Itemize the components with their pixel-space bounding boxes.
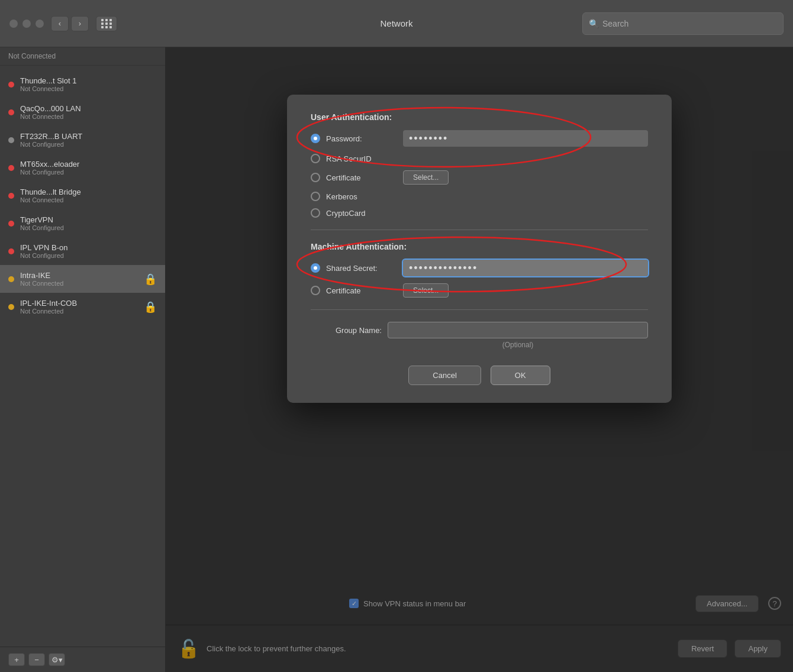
sidebar-item-ipl-ike-int-cob[interactable]: IPL-IKE-Int-COB Not Connected 🔒 (0, 293, 165, 321)
shared-secret-input[interactable] (403, 260, 648, 276)
authentication-modal: User Authentication: Password: RSA Secur… (287, 95, 672, 403)
grid-view-button[interactable] (96, 16, 117, 31)
radio-kerberos[interactable] (311, 192, 320, 201)
modal-buttons: Cancel OK (311, 366, 648, 385)
radio-password[interactable] (311, 134, 320, 143)
shared-secret-label: Shared Secret: (326, 264, 397, 273)
radio-cryptocard[interactable] (311, 208, 320, 218)
lock-icon: 🔒 (144, 301, 157, 314)
group-name-label: Group Name: (311, 326, 382, 335)
optional-hint: (Optional) (388, 341, 648, 349)
remove-network-button[interactable]: − (28, 653, 45, 666)
radio-machine-certificate[interactable] (311, 286, 320, 295)
close-button[interactable] (9, 20, 18, 28)
rsa-label: RSA SecurID (326, 154, 397, 163)
radio-rsa-row: RSA SecurID (311, 154, 648, 163)
nav-buttons: ‹ › (51, 16, 89, 31)
sidebar-item-intra-ike[interactable]: Intra-IKE Not Connected 🔒 (0, 265, 165, 293)
machine-certificate-select-button[interactable]: Select... (403, 283, 449, 298)
gear-menu-button[interactable]: ⚙ ▾ (49, 653, 65, 666)
main-content: Not Connected Thunde...t Slot 1 Not Conn… (0, 47, 793, 672)
radio-machine-cert-row: Certificate Select... (311, 283, 648, 298)
sidebar-item-ipl-vpn-bon[interactable]: IPL VPN B-on Not Configured (0, 237, 165, 265)
sidebar-item-thunderbolt-slot1[interactable]: Thunde...t Slot 1 Not Connected (0, 70, 165, 98)
status-dot (8, 248, 14, 254)
right-panel: ✓ Show VPN status in menu bar Advanced..… (166, 47, 793, 672)
section-divider (311, 230, 648, 230)
sidebar: Not Connected Thunde...t Slot 1 Not Conn… (0, 47, 166, 672)
back-button[interactable]: ‹ (51, 16, 69, 31)
radio-cryptocard-row: CryptoCard (311, 208, 648, 218)
radio-certificate-row: Certificate Select... (311, 170, 648, 185)
search-bar[interactable]: 🔍 (582, 12, 784, 35)
sidebar-item-tigervpn[interactable]: TigerVPN Not Configured (0, 209, 165, 237)
group-name-row: Group Name: (311, 322, 648, 338)
sidebar-item-qacqo-lan[interactable]: QacQo...000 LAN Not Connected (0, 98, 165, 126)
search-input[interactable] (602, 19, 777, 28)
sidebar-item-ft232r-uart[interactable]: FT232R...B UART Not Configured (0, 126, 165, 154)
password-input[interactable] (403, 130, 648, 147)
status-dot (8, 304, 14, 310)
radio-password-row: Password: (311, 130, 648, 147)
status-dot (8, 82, 14, 88)
zoom-button[interactable] (36, 20, 44, 28)
cryptocard-label: CryptoCard (326, 209, 397, 218)
lock-icon: 🔒 (144, 273, 157, 286)
sidebar-item-thunderbolt-bridge[interactable]: Thunde...lt Bridge Not Connected (0, 182, 165, 209)
radio-shared-row: Shared Secret: (311, 260, 648, 276)
kerberos-label: Kerberos (326, 192, 397, 201)
radio-shared-secret[interactable] (311, 263, 320, 273)
forward-button[interactable]: › (71, 16, 89, 31)
status-dot (8, 193, 14, 199)
minimize-button[interactable] (22, 20, 31, 28)
certificate-label: Certificate (326, 173, 397, 182)
search-icon: 🔍 (589, 19, 599, 28)
ok-button[interactable]: OK (491, 366, 550, 385)
machine-auth-label: Machine Authentication: (311, 242, 648, 251)
radio-rsa[interactable] (311, 154, 320, 163)
status-dot (8, 165, 14, 171)
radio-kerberos-row: Kerberos (311, 192, 648, 201)
group-name-input[interactable] (388, 322, 648, 338)
modal-overlay: User Authentication: Password: RSA Secur… (166, 47, 793, 672)
user-auth-label: User Authentication: (311, 112, 648, 122)
machine-cert-label: Certificate (326, 286, 397, 295)
window-title: Network (380, 18, 412, 28)
not-connected-label: Not Connected (0, 47, 165, 66)
sidebar-footer: + − ⚙ ▾ (0, 647, 165, 672)
status-dot (8, 137, 14, 143)
title-bar: ‹ › Network 🔍 (0, 0, 793, 47)
radio-certificate-user[interactable] (311, 173, 320, 182)
sidebar-items: Thunde...t Slot 1 Not Connected QacQo...… (0, 66, 165, 647)
traffic-lights (9, 20, 44, 28)
status-dot (8, 109, 14, 115)
sidebar-item-mt65xx-eloader[interactable]: MT65xx...eloader Not Configured (0, 154, 165, 182)
cancel-button[interactable]: Cancel (408, 366, 481, 385)
section-divider-2 (311, 309, 648, 310)
password-label: Password: (326, 134, 397, 143)
certificate-select-button[interactable]: Select... (403, 170, 449, 185)
add-network-button[interactable]: + (8, 653, 25, 666)
status-dot (8, 221, 14, 227)
status-dot (8, 276, 14, 282)
